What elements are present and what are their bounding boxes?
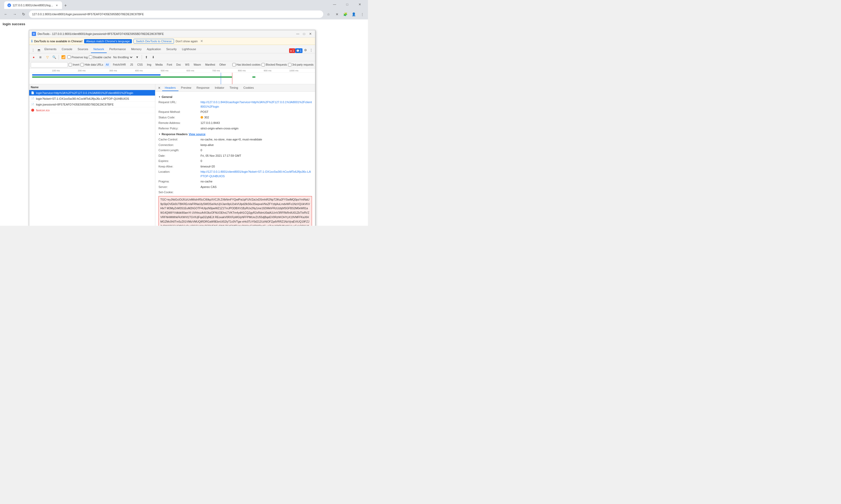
keep-alive-value: timeout=20: [201, 164, 215, 169]
filter-doc-button[interactable]: Doc: [175, 62, 183, 68]
connection-value: keep-alive: [201, 143, 214, 147]
tab-application[interactable]: Application: [144, 46, 164, 53]
filter-manifest-button[interactable]: Manifest: [204, 62, 217, 68]
filter-other-button[interactable]: Other: [218, 62, 227, 68]
table-row[interactable]: 📄 login?ticket=ST-1-OX1xxSw3I0-hCocMTo6J…: [29, 96, 155, 102]
filter-js-button[interactable]: JS: [128, 62, 135, 68]
browser-icons: ☆ ✕ 🧩 👤 ⋮: [325, 11, 366, 18]
name-column-header: Name: [31, 86, 39, 89]
disable-cache-input[interactable]: [89, 55, 92, 59]
new-tab-button[interactable]: +: [62, 2, 69, 9]
tab-close-btn[interactable]: ✕: [55, 3, 59, 7]
dock-icon[interactable]: ⬒: [36, 47, 42, 53]
table-row[interactable]: 📄 login?service=http%3A%2F%2F127.0.0.1%3…: [29, 90, 155, 96]
tab-cookies[interactable]: Cookies: [241, 85, 257, 91]
record-button[interactable]: ●: [31, 54, 36, 60]
devtools-titlebar: D DevTools - 127.0.0.1:8001/client8001/l…: [29, 30, 315, 38]
set-cookie-label: Set-Cookie:: [158, 190, 201, 195]
third-party-checkbox[interactable]: 3rd-party requests: [288, 63, 313, 67]
devtools-maximize-btn[interactable]: □: [302, 32, 306, 36]
hide-data-urls-input[interactable]: [81, 63, 84, 67]
export-har-icon[interactable]: ⬇: [150, 54, 156, 60]
has-blocked-cookies-checkbox[interactable]: Has blocked cookies: [232, 63, 261, 67]
tab-initiator[interactable]: Initiator: [212, 85, 227, 91]
menu-icon[interactable]: ⋮: [359, 11, 366, 18]
blocked-requests-input[interactable]: [261, 63, 265, 67]
tick-100ms: 100 ms: [52, 69, 60, 72]
maximize-button[interactable]: □: [341, 1, 353, 8]
error-badge[interactable]: ● 1: [289, 48, 295, 53]
invert-input[interactable]: [69, 63, 72, 67]
blocked-requests-checkbox[interactable]: Blocked Requests: [261, 63, 287, 67]
table-row[interactable]: 📄 login;jsessionid=8F57EAFD7435E5955BD78…: [29, 102, 155, 107]
tab-performance[interactable]: Performance: [107, 46, 128, 53]
wifi-icon: 📶: [61, 54, 66, 60]
console-badge[interactable]: 💬 1: [295, 48, 303, 53]
info-icon: ℹ: [31, 39, 33, 43]
preserve-log-checkbox[interactable]: Preserve log: [67, 55, 88, 59]
tab-timing[interactable]: Timing: [227, 85, 241, 91]
tab-preview[interactable]: Preview: [178, 85, 194, 91]
extension1-icon[interactable]: ✕: [333, 11, 341, 18]
match-language-button[interactable]: Always match Chrome's language: [84, 39, 132, 43]
switch-chinese-button[interactable]: Switch DevTools to Chinese: [134, 39, 174, 43]
filter-font-button[interactable]: Font: [165, 62, 174, 68]
throttle-select[interactable]: No throttling: [112, 55, 133, 59]
timeline-request-bar-2: [32, 76, 232, 78]
location-label: Location:: [158, 169, 201, 178]
tab-sources[interactable]: Sources: [75, 46, 91, 53]
has-blocked-cookies-input[interactable]: [232, 63, 236, 67]
filter-all-button[interactable]: All: [104, 62, 110, 68]
tab-response[interactable]: Response: [194, 85, 212, 91]
preserve-log-input[interactable]: [67, 55, 71, 59]
filter-css-button[interactable]: CSS: [136, 62, 144, 68]
import-har-icon[interactable]: ⬆: [143, 54, 149, 60]
reload-button[interactable]: ↻: [20, 11, 27, 18]
filter-input[interactable]: [31, 62, 68, 68]
devtools-minimize-btn[interactable]: —: [296, 32, 300, 36]
tab-console[interactable]: Console: [59, 46, 75, 53]
filter-ws-button[interactable]: WS: [184, 62, 191, 68]
profile-icon[interactable]: 👤: [350, 11, 357, 18]
bookmark-star-icon[interactable]: ☆: [325, 11, 332, 18]
remote-address-label: Remote Address:: [158, 121, 201, 125]
more-tools-icon[interactable]: ⋮: [308, 47, 314, 53]
stop-button[interactable]: ⏹: [38, 54, 44, 60]
settings-icon[interactable]: ⚙: [303, 47, 308, 53]
table-row[interactable]: 🔴 favicon.ico: [29, 107, 155, 113]
forward-button[interactable]: →: [11, 11, 18, 18]
third-party-input[interactable]: [288, 63, 291, 67]
tab-headers[interactable]: Headers: [162, 85, 178, 91]
tab-elements[interactable]: Elements: [42, 46, 59, 53]
devtools-menu-icon[interactable]: ⋮: [30, 47, 36, 53]
throttle-dropdown-icon[interactable]: ▼: [134, 54, 140, 60]
invert-checkbox[interactable]: Invert: [69, 63, 79, 67]
pragma-value: no-cache: [201, 179, 212, 184]
back-button[interactable]: ←: [2, 11, 10, 18]
browser-tab[interactable]: ● 127.0.0.1:8001/client8001/log... ✕: [4, 1, 62, 9]
expires-value: 0: [201, 159, 202, 163]
view-source-link[interactable]: View source: [189, 132, 206, 136]
filter-fetch-xhr-button[interactable]: Fetch/XHR: [111, 62, 127, 68]
filter-wasm-button[interactable]: Wasm: [192, 62, 203, 68]
filter-img-button[interactable]: Img: [145, 62, 153, 68]
extension2-icon[interactable]: 🧩: [342, 11, 349, 18]
request-url-label: Request URL:: [158, 100, 201, 109]
devtools-close-btn[interactable]: ✕: [308, 32, 312, 36]
address-bar[interactable]: 127.0.0.1:8001/client8001/login;jsession…: [29, 11, 323, 18]
disable-cache-checkbox[interactable]: Disable cache: [89, 55, 111, 59]
search-icon[interactable]: 🔍: [51, 54, 57, 60]
tab-lighthouse[interactable]: Lighthouse: [179, 46, 199, 53]
tab-security[interactable]: Security: [164, 46, 179, 53]
hide-data-urls-label: Hide data URLs: [85, 63, 103, 66]
filter-media-button[interactable]: Media: [154, 62, 164, 68]
details-close-btn[interactable]: ✕: [156, 85, 162, 91]
close-button[interactable]: ✕: [354, 1, 366, 8]
tab-network[interactable]: Network: [91, 46, 107, 53]
banner-close-icon[interactable]: ✕: [199, 39, 204, 43]
dismiss-banner-text[interactable]: Don't show again: [175, 40, 198, 43]
minimize-button[interactable]: —: [328, 1, 341, 8]
hide-data-urls-checkbox[interactable]: Hide data URLs: [81, 63, 103, 67]
tab-memory[interactable]: Memory: [128, 46, 144, 53]
filter-icon[interactable]: ▽: [45, 54, 50, 60]
